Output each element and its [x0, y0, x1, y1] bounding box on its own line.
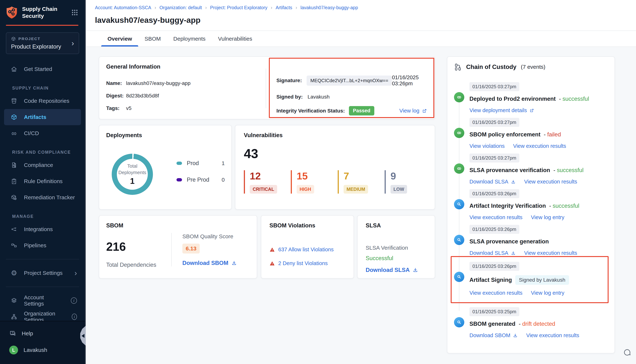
- view-execution-results-link[interactable]: View execution results: [469, 290, 522, 296]
- allow-list-label: 637 Allow list Violations: [278, 246, 334, 252]
- tags-label: Tags:: [106, 105, 126, 111]
- integrity-label: Integrity Verification Status:: [276, 108, 345, 114]
- severity-badge: CRITICAL: [250, 185, 277, 194]
- sidebar-item-code-repositories[interactable]: Code Repositories: [0, 93, 85, 109]
- digest-label: Digest:: [106, 93, 126, 99]
- artifact-digest: 8d23bd3b5d8f: [126, 93, 159, 99]
- download-slsa-link[interactable]: Download SLSA: [469, 179, 516, 185]
- signature-value[interactable]: MEQCICde2VjIT...bL+2+mqnOXw==: [306, 76, 392, 86]
- download-icon: [231, 260, 237, 266]
- policy-link-icon: [454, 128, 464, 138]
- tab-vulnerabilities[interactable]: Vulnerabilities: [212, 31, 258, 46]
- download-slsa-link[interactable]: Download SLSA: [366, 267, 435, 273]
- breadcrumb-project[interactable]: Project: Product Exploratory: [210, 5, 267, 10]
- breadcrumb-account[interactable]: Account: Automation-SSCA: [95, 5, 151, 10]
- chain-header: Chain of Custody (7 events): [454, 63, 608, 71]
- event-status: successful: [559, 96, 589, 102]
- external-link-icon: [422, 108, 427, 114]
- link-label: View violations: [469, 143, 505, 149]
- org-chart-gear-icon: [10, 314, 18, 320]
- view-execution-results-link[interactable]: View execution results: [524, 179, 577, 185]
- page-header: Account: Automation-SSCA › Organization:…: [87, 0, 636, 47]
- cards-column: General Information Name: lavakush07/eas…: [99, 56, 435, 353]
- artifact-name: lavakush07/easy-buggy-app: [126, 80, 190, 86]
- chat-help-button[interactable]: [622, 348, 632, 358]
- link-label: View execution results: [513, 143, 566, 149]
- slsa-status: Successful: [366, 255, 435, 262]
- gear-icon: ⚙: [10, 270, 18, 276]
- view-log-entry-link[interactable]: View log entry: [531, 290, 564, 296]
- view-deployment-details-link[interactable]: View deployment details: [469, 107, 534, 114]
- chain-timeline: 01/16/2025 03:27pm Deployed to Prod2 env…: [454, 82, 608, 338]
- sidebar-item-artifacts[interactable]: Artifacts: [4, 109, 81, 125]
- view-execution-results-link[interactable]: View execution results: [526, 332, 579, 338]
- sidebar-item-label: Integrations: [24, 226, 53, 232]
- link-label: View execution results: [524, 250, 577, 256]
- layers-gear-icon: [10, 297, 18, 304]
- view-log-link[interactable]: View log: [399, 108, 427, 114]
- signed-by-label: Signed by:: [276, 94, 303, 100]
- deny-list-violations-link[interactable]: 2 Deny list Violations: [269, 260, 354, 266]
- project-selector[interactable]: PROJECT Product Exploratory ›: [6, 32, 79, 54]
- tab-overview[interactable]: Overview: [101, 31, 138, 46]
- link-label: View log entry: [531, 214, 564, 220]
- breadcrumb-organization[interactable]: Organization: default: [159, 5, 202, 10]
- integrity-status-row: Integrity Verification Status: Passed Vi…: [276, 106, 427, 116]
- chevron-right-icon: ›: [75, 269, 77, 277]
- sbom-quality-score: 6.13: [182, 244, 200, 254]
- user-menu[interactable]: L Lavakush: [0, 344, 85, 356]
- view-log-entry-link[interactable]: View log entry: [531, 214, 564, 220]
- slsa-verification-label: SLSA Verification: [366, 245, 435, 251]
- infinity-icon: ∞: [10, 130, 18, 137]
- view-execution-results-link[interactable]: View execution results: [513, 143, 566, 149]
- event-status: failed: [544, 131, 561, 138]
- breadcrumb-artifacts[interactable]: Artifacts: [276, 5, 292, 10]
- breadcrumb-current[interactable]: lavakush07/easy-buggy-app: [300, 5, 358, 10]
- deny-list-label: 2 Deny list Violations: [278, 260, 328, 266]
- tab-deployments[interactable]: Deployments: [167, 31, 212, 46]
- view-execution-results-link[interactable]: View execution results: [524, 250, 577, 256]
- chain-of-custody-card: Chain of Custody (7 events) 01/16/2025 0…: [447, 56, 615, 353]
- divider: [266, 68, 266, 108]
- timeline-event-slsa-generation: 01/16/2025 03:26pm SLSA provenance gener…: [454, 225, 608, 256]
- nav-section-label: SUPPLY CHAIN: [12, 86, 85, 91]
- download-slsa-link[interactable]: Download SLSA: [469, 250, 516, 256]
- signature-annotation-box: Signature: MEQCICde2VjIT...bL+2+mqnOXw==…: [269, 58, 434, 118]
- sidebar-item-remediation-tracker[interactable]: Remediation Tracker: [0, 189, 85, 206]
- warning-triangle-icon: [269, 247, 275, 252]
- download-sbom-link[interactable]: Download SBOM: [469, 332, 518, 338]
- download-sbom-link[interactable]: Download SBOM: [182, 260, 237, 266]
- sidebar-item-account-settings[interactable]: Account Settings i: [0, 292, 85, 309]
- tab-sbom[interactable]: SBOM: [138, 31, 167, 46]
- help-chat-icon: ?: [9, 330, 16, 337]
- link-label: Download SLSA: [469, 250, 508, 256]
- severity-count: 7: [344, 170, 385, 182]
- sidebar-item-label: CI/CD: [24, 130, 39, 136]
- sbom-card: SBOM 216 Total Dependencies SBOM Quality…: [99, 215, 257, 278]
- chevron-right-icon: ›: [72, 40, 74, 47]
- sidebar-item-compliance[interactable]: Compliance: [0, 157, 85, 173]
- signed-by-badge: Signed by Lavakush: [515, 275, 569, 285]
- help-button[interactable]: ? Help: [0, 328, 85, 339]
- link-label: Download SLSA: [469, 179, 508, 185]
- external-link-icon: [529, 108, 534, 113]
- sidebar-item-cicd[interactable]: ∞ CI/CD: [0, 125, 85, 141]
- legend-item-preprod: Pre Prod 0: [176, 176, 225, 183]
- sidebar-item-pipelines[interactable]: Pipelines: [0, 237, 85, 254]
- sidebar-item-rule-definitions[interactable]: Rule Definitions: [0, 173, 85, 189]
- allow-list-violations-link[interactable]: 637 Allow list Violations: [269, 246, 354, 252]
- view-violations-link[interactable]: View violations: [469, 143, 505, 149]
- chain-title: Chain of Custody: [466, 64, 516, 70]
- timeline-event-sbom-policy: 01/16/2025 03:27pm SBOM policy enforceme…: [454, 118, 608, 149]
- sidebar-item-integrations[interactable]: Integrations: [0, 221, 85, 237]
- severity-count: 9: [391, 170, 432, 182]
- sidebar-item-project-settings[interactable]: ⚙ Project Settings ›: [0, 265, 85, 281]
- view-execution-results-link[interactable]: View execution results: [469, 214, 522, 220]
- event-title: SBOM generated: [469, 320, 515, 327]
- app-grid-icon[interactable]: [71, 9, 78, 16]
- signed-by-value: Lavakush: [307, 94, 330, 100]
- generate-search-icon: [454, 235, 464, 245]
- event-title: Artifact Signing: [469, 277, 512, 283]
- sidebar-item-get-started[interactable]: Get Started: [0, 61, 85, 77]
- page-title: lavakush07/easy-buggy-app: [87, 10, 636, 25]
